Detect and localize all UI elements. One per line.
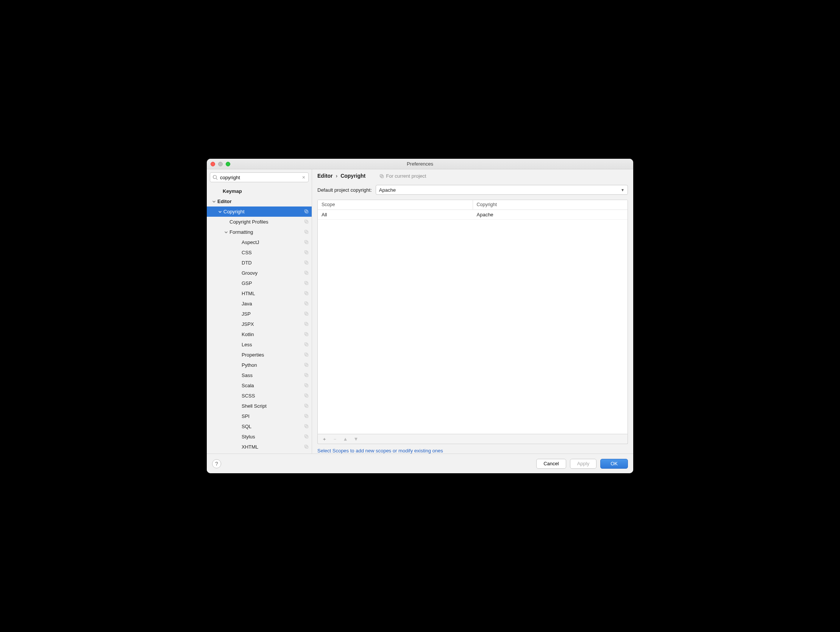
default-copyright-value: Apache: [379, 187, 396, 193]
svg-rect-50: [380, 174, 383, 177]
tree-item[interactable]: Formatting: [207, 227, 312, 237]
settings-tree[interactable]: KeymapEditorCopyrightCopyright ProfilesF…: [207, 185, 312, 453]
tree-item-label: Less: [242, 342, 304, 347]
svg-rect-24: [305, 322, 307, 325]
tree-item[interactable]: Scala: [207, 380, 312, 391]
tree-item[interactable]: Java: [207, 299, 312, 309]
svg-rect-28: [305, 342, 307, 345]
svg-rect-30: [305, 353, 307, 355]
svg-rect-12: [305, 261, 307, 263]
tree-item-label: Sass: [242, 372, 304, 378]
tree-item[interactable]: Sass: [207, 370, 312, 380]
tree-item[interactable]: HTML: [207, 288, 312, 299]
tree-item-label: Scala: [242, 383, 304, 388]
breadcrumb-root[interactable]: Editor: [317, 173, 333, 179]
search-input[interactable]: [218, 175, 302, 181]
tree-item-label: Copyright: [223, 209, 304, 214]
svg-rect-11: [306, 251, 308, 254]
add-button[interactable]: ＋: [322, 436, 327, 442]
titlebar: Preferences: [207, 159, 633, 169]
tree-item[interactable]: CSS: [207, 247, 312, 258]
tree-item[interactable]: JSPX: [207, 319, 312, 329]
svg-rect-43: [306, 415, 308, 418]
tree-item-label: XHTML: [242, 444, 304, 450]
tree-item[interactable]: Keymap: [207, 186, 312, 196]
table-toolbar: ＋ － ▲ ▼: [317, 434, 628, 444]
apply-button[interactable]: Apply: [570, 459, 597, 469]
svg-rect-29: [306, 343, 308, 346]
table-row[interactable]: AllApache: [318, 210, 628, 220]
svg-rect-33: [306, 364, 308, 366]
tree-item[interactable]: Groovy: [207, 268, 312, 278]
svg-rect-39: [306, 394, 308, 397]
help-button[interactable]: ?: [212, 459, 221, 468]
tree-item-label: JSPX: [242, 321, 304, 327]
ok-button[interactable]: OK: [600, 459, 628, 469]
svg-rect-42: [305, 414, 307, 417]
tree-item-label: JSP: [242, 311, 304, 317]
svg-rect-7: [306, 231, 308, 233]
chevron-down-icon: ▼: [621, 188, 625, 192]
window-controls: [207, 162, 230, 166]
default-copyright-label: Default project copyright:: [317, 187, 372, 193]
tree-item-label: Properties: [242, 352, 304, 358]
column-header-scope[interactable]: Scope: [318, 200, 473, 209]
sidebar: × KeymapEditorCopyrightCopyright Profile…: [207, 169, 312, 453]
tree-item[interactable]: JSP: [207, 309, 312, 319]
tree-item[interactable]: XHTML: [207, 442, 312, 452]
remove-button[interactable]: －: [332, 436, 338, 442]
scopes-table: Scope Copyright AllApache: [317, 200, 628, 434]
svg-rect-44: [305, 425, 307, 427]
search-field[interactable]: ×: [210, 173, 309, 182]
svg-rect-49: [306, 445, 308, 448]
svg-rect-13: [306, 261, 308, 264]
svg-rect-19: [306, 292, 308, 295]
preferences-window: Preferences × KeymapEditorCopyrightCopyr…: [207, 159, 633, 473]
svg-rect-40: [305, 404, 307, 407]
tree-item[interactable]: Copyright: [207, 206, 312, 217]
cancel-button[interactable]: Cancel: [536, 459, 566, 469]
svg-rect-22: [305, 312, 307, 315]
tree-item[interactable]: DTD: [207, 258, 312, 268]
move-down-button[interactable]: ▼: [353, 436, 358, 442]
clear-search-icon[interactable]: ×: [302, 174, 306, 181]
tree-item[interactable]: AspectJ: [207, 237, 312, 247]
svg-rect-14: [305, 271, 307, 274]
tree-item[interactable]: SQL: [207, 421, 312, 432]
svg-rect-34: [305, 373, 307, 376]
tree-item[interactable]: Stylus: [207, 432, 312, 442]
svg-rect-38: [305, 394, 307, 396]
tree-item-label: Java: [242, 301, 304, 307]
svg-rect-35: [306, 374, 308, 377]
svg-rect-4: [305, 220, 307, 222]
tree-item[interactable]: Properties: [207, 350, 312, 360]
svg-rect-51: [381, 175, 384, 178]
tree-item-label: Editor: [217, 198, 309, 204]
svg-rect-48: [305, 445, 307, 447]
default-copyright-select[interactable]: Apache ▼: [376, 185, 628, 195]
tree-item-label: Stylus: [242, 434, 304, 440]
svg-rect-3: [306, 210, 308, 213]
tree-item[interactable]: Python: [207, 360, 312, 370]
column-header-copyright[interactable]: Copyright: [473, 200, 628, 209]
tree-item[interactable]: Copyright Profiles: [207, 217, 312, 227]
move-up-button[interactable]: ▲: [343, 436, 348, 442]
tree-item-label: SPI: [242, 413, 304, 419]
tree-item[interactable]: Editor: [207, 196, 312, 206]
svg-rect-9: [306, 241, 308, 244]
project-scope-hint: For current project: [379, 173, 426, 179]
select-scopes-link[interactable]: Select Scopes to add new scopes or modif…: [317, 448, 443, 453]
tree-item[interactable]: SCSS: [207, 391, 312, 401]
svg-rect-47: [306, 436, 308, 438]
minimize-window-button[interactable]: [218, 162, 223, 166]
svg-rect-41: [306, 405, 308, 407]
tree-item[interactable]: GSP: [207, 278, 312, 288]
close-window-button[interactable]: [210, 162, 215, 166]
tree-item[interactable]: Shell Script: [207, 401, 312, 411]
svg-rect-31: [306, 353, 308, 356]
tree-item[interactable]: SPI: [207, 411, 312, 421]
cell-copyright: Apache: [473, 210, 628, 219]
maximize-window-button[interactable]: [226, 162, 230, 166]
tree-item[interactable]: Kotlin: [207, 329, 312, 339]
tree-item[interactable]: Less: [207, 339, 312, 350]
